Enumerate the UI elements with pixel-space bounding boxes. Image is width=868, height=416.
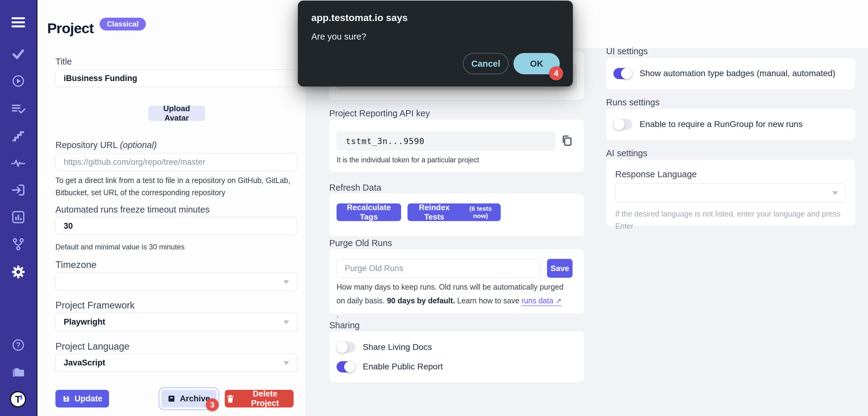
api-key-card: tstmt_3n...9590 It is the individual tok… [329, 120, 584, 172]
purge-save-button[interactable]: Save [547, 259, 572, 278]
api-key-label: Project Reporting API key [329, 108, 430, 119]
trash-icon [226, 395, 234, 403]
sharing-label: Sharing [329, 320, 360, 330]
app-screen: ? T Project Classical Title Upload Avata… [0, 0, 868, 416]
repo-url-label: Repository URL (optional) [56, 140, 157, 150]
pulse-icon[interactable] [11, 156, 26, 170]
refresh-data-card: Recalculate Tags Reindex Tests (6 tests … [329, 194, 584, 236]
timezone-label: Timezone [56, 259, 97, 270]
enable-public-report-label: Enable Public Report [363, 362, 443, 372]
upload-avatar-button[interactable]: Upload Avatar [148, 106, 205, 121]
share-living-docs-toggle[interactable] [337, 342, 355, 353]
response-language-select[interactable] [615, 183, 846, 202]
api-key-value: tstmt_3n...9590 [337, 131, 555, 151]
tasks-check-icon[interactable] [11, 101, 26, 116]
git-branch-icon[interactable] [11, 237, 26, 252]
sidebar: ? T [0, 0, 37, 416]
share-living-docs-label: Share Living Docs [363, 342, 432, 352]
classical-badge: Classical [100, 18, 146, 30]
ui-settings-label: UI settings [606, 46, 648, 56]
page-title: Project [47, 20, 93, 36]
ai-settings-card: Response Language If the desired languag… [606, 160, 855, 226]
copy-icon[interactable] [561, 134, 573, 148]
timeout-label: Automated runs freeze timeout minutes [56, 205, 210, 215]
purge-help: How many days to keep runs. Old runs wil… [337, 280, 563, 322]
purge-old-runs-card: Save How many days to keep runs. Old run… [329, 249, 584, 314]
import-icon[interactable] [11, 183, 26, 197]
ai-settings-label: AI settings [606, 148, 647, 158]
framework-select[interactable]: Playwright [56, 313, 297, 331]
chevron-down-icon [283, 320, 289, 324]
runs-settings-label: Runs settings [606, 97, 660, 107]
timeout-help: Default and minimal value is 30 minutes [56, 241, 185, 253]
repo-optional-note: (optional) [120, 140, 157, 150]
archive-icon [167, 395, 176, 403]
dialog-message: Are you sure? [311, 32, 366, 42]
automation-badges-toggle[interactable] [613, 68, 632, 79]
play-circle-icon[interactable] [11, 74, 26, 88]
save-icon [62, 395, 70, 403]
runs-settings-card: Enable to require a RunGroup for new run… [606, 109, 855, 140]
folders-icon[interactable] [11, 365, 26, 380]
repo-url-help: To get a direct link from a test to file… [56, 174, 302, 198]
steps-icon[interactable] [11, 129, 26, 143]
reindex-note: (6 tests now) [462, 205, 499, 220]
testomat-logo[interactable]: T [10, 391, 26, 408]
refresh-data-label: Refresh Data [329, 183, 381, 193]
framework-label: Project Framework [56, 300, 135, 311]
ui-settings-card: Show automation type badges (manual, aut… [606, 58, 855, 90]
timeout-input[interactable] [56, 217, 297, 235]
runs-data-link[interactable]: runs data↗ [521, 296, 562, 306]
check-icon[interactable] [11, 46, 26, 61]
language-select[interactable]: JavaScript [56, 354, 297, 372]
timezone-select[interactable] [56, 273, 297, 291]
update-button[interactable]: Update [56, 390, 109, 408]
ai-settings-help: If the desired language is not listed, e… [615, 208, 855, 232]
enable-public-report-toggle[interactable] [337, 361, 355, 373]
rungroup-label: Enable to require a RunGroup for new run… [640, 119, 803, 129]
purge-old-runs-label: Purge Old Runs [329, 238, 392, 248]
gear-icon[interactable] [11, 265, 26, 279]
ok-annotation-badge: 4 [549, 66, 563, 81]
api-key-help: It is the individual token for a particu… [337, 154, 479, 166]
dialog-source: app.testomat.io says [311, 12, 408, 24]
repo-url-input[interactable] [56, 153, 297, 171]
reindex-tests-button[interactable]: Reindex Tests (6 tests now) [407, 203, 501, 221]
recalculate-tags-button[interactable]: Recalculate Tags [337, 203, 401, 221]
automation-badges-label: Show automation type badges (manual, aut… [640, 68, 835, 78]
chevron-down-icon [283, 280, 289, 284]
purge-old-runs-input[interactable] [337, 259, 540, 278]
svg-text:?: ? [16, 341, 21, 349]
chevron-down-icon [832, 191, 838, 195]
cancel-button[interactable]: Cancel [463, 53, 508, 74]
archive-annotation-badge: 3 [206, 398, 219, 411]
response-language-label: Response Language [615, 169, 697, 180]
bar-chart-icon[interactable] [11, 210, 26, 224]
help-icon[interactable]: ? [11, 338, 26, 352]
menu-icon[interactable] [11, 15, 26, 30]
rungroup-toggle[interactable] [613, 119, 632, 130]
title-label: Title [56, 57, 72, 67]
title-input[interactable] [56, 69, 297, 87]
external-link-icon: ↗ [556, 297, 562, 305]
delete-project-button[interactable]: Delete Project [225, 390, 293, 408]
language-label: Project Language [56, 341, 129, 352]
confirm-dialog: app.testomat.io says Are you sure? Cance… [298, 1, 573, 87]
sharing-card: Share Living Docs Enable Public Report [329, 331, 584, 383]
chevron-down-icon [283, 361, 289, 365]
